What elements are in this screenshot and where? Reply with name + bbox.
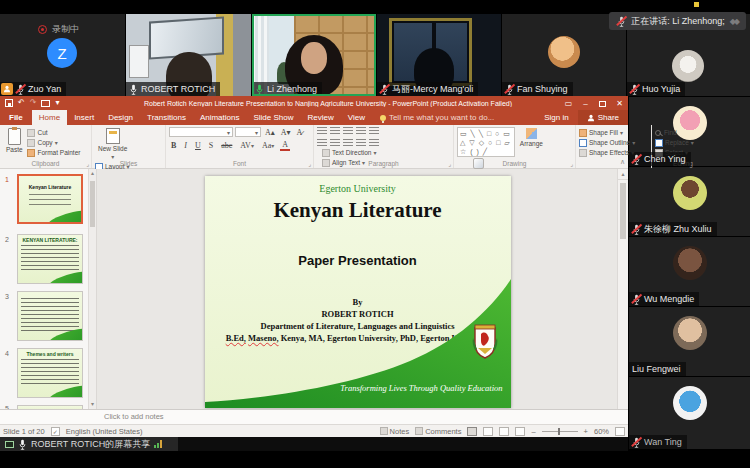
collapse-ribbon-icon[interactable]: ∧ (620, 158, 625, 166)
zoom-out-icon[interactable]: – (531, 427, 535, 436)
video-tile-fan-shuying[interactable]: Fan Shuying (502, 14, 626, 96)
slide-thumbnail-3[interactable] (17, 291, 83, 341)
bullets-icon[interactable] (317, 127, 327, 135)
change-case-button[interactable]: Aa▾ (260, 141, 276, 150)
numbering-icon[interactable] (330, 127, 340, 135)
character-spacing-button[interactable]: AV▾ (238, 141, 256, 150)
increase-indent-icon[interactable] (356, 127, 366, 135)
arrange-button[interactable]: Arrange (517, 127, 546, 148)
sign-in-button[interactable]: Sign in (535, 110, 577, 125)
tab-view[interactable]: View (341, 110, 372, 125)
slide-thumbnail-1[interactable]: Kenyan Literature (17, 174, 83, 224)
find-button[interactable]: Find (655, 128, 694, 137)
tab-animations[interactable]: Animations (193, 110, 247, 125)
spell-check-icon[interactable]: ✓ (51, 427, 60, 436)
font-name-select[interactable]: ▾ (169, 127, 233, 137)
strikethrough-button[interactable]: abc (219, 141, 234, 150)
close-icon[interactable]: ✕ (611, 96, 628, 110)
reading-view-icon[interactable] (499, 427, 509, 436)
format-painter-button[interactable]: Format Painter (27, 148, 80, 157)
notes-pane[interactable]: Click to add notes (0, 409, 628, 424)
slideshow-view-icon[interactable] (515, 427, 525, 436)
dialog-launcher-icon[interactable]: ⌟ (308, 160, 311, 167)
zoom-level[interactable]: 60% (594, 427, 609, 436)
share-button[interactable]: Share (578, 110, 628, 125)
video-tile-mercy[interactable]: 马丽-Mercy Mang'oli (377, 14, 501, 96)
columns-icon[interactable] (369, 139, 379, 147)
tab-design[interactable]: Design (101, 110, 140, 125)
video-tile-zhu-xuliu[interactable]: 朱徐柳 Zhu Xuliu (629, 167, 750, 236)
align-right-icon[interactable] (343, 139, 353, 147)
zoom-slider-thumb[interactable] (558, 428, 560, 435)
grow-font-button[interactable]: A▴ (263, 128, 277, 137)
tab-review[interactable]: Review (300, 110, 340, 125)
scrollbar-thumb[interactable] (620, 183, 626, 239)
scrollbar-thumb[interactable] (90, 181, 95, 227)
comments-toggle[interactable]: Comments (415, 427, 461, 436)
bold-button[interactable]: B (169, 141, 178, 150)
zoom-in-icon[interactable]: + (584, 427, 588, 436)
save-icon[interactable] (5, 99, 13, 107)
dialog-launcher-icon[interactable]: ⌟ (448, 160, 451, 167)
scroll-up-icon[interactable]: ▴ (89, 169, 96, 178)
shrink-font-button[interactable]: A▾ (279, 128, 293, 137)
align-left-icon[interactable] (317, 139, 327, 147)
redo-icon[interactable]: ↷ (30, 99, 37, 107)
new-slide-button[interactable]: New Slide ▾ (95, 127, 130, 161)
paragraph-group: Text Direction▾ Align Text▾ Convert to S… (314, 125, 454, 168)
text-direction-button[interactable]: Text Direction▾ (322, 148, 394, 157)
slide-thumbnail-2[interactable]: KENYAN LITERATURE: (17, 234, 83, 284)
dialog-launcher-icon[interactable]: ⌟ (86, 160, 89, 167)
replace-button[interactable]: Replace▾ (655, 138, 694, 147)
tab-home[interactable]: Home (32, 110, 67, 125)
arrange-icon (526, 128, 537, 139)
dialog-launcher-icon[interactable]: ⌟ (570, 160, 573, 167)
font-size-select[interactable]: ▾ (235, 127, 261, 137)
paste-button[interactable]: Paste (3, 127, 26, 154)
cut-button[interactable]: Cut (27, 128, 80, 137)
slide-sorter-view-icon[interactable] (483, 427, 493, 436)
slideshow-icon[interactable] (41, 100, 50, 107)
align-center-icon[interactable] (330, 139, 340, 147)
font-color-button[interactable]: A (280, 140, 290, 151)
video-tile-wan-ting[interactable]: Wan Ting (629, 377, 750, 449)
normal-view-icon[interactable] (467, 427, 477, 436)
tab-insert[interactable]: Insert (67, 110, 101, 125)
qat-dropdown-icon[interactable]: ▾ (55, 99, 59, 107)
scroll-down-icon[interactable]: ▾ (89, 400, 96, 409)
text-shadow-button[interactable]: S (207, 141, 215, 150)
shape-fill-button[interactable]: Shape Fill▾ (579, 128, 635, 137)
clear-formatting-button[interactable]: A̷ (295, 128, 305, 137)
shapes-gallery[interactable]: ▭ ╲ ╲ □ ○ ▭ △ ▽ ◇ ○ □ ▱ ☆ ( ) ╱ (457, 127, 515, 157)
ribbon-display-options-icon[interactable]: ▭ (560, 96, 577, 110)
video-tile-liu-fengwei[interactable]: Liu Fengwei (629, 307, 750, 376)
undo-icon[interactable]: ↶ (18, 99, 25, 107)
line-spacing-icon[interactable] (369, 127, 379, 135)
video-tile-li-zhenhong[interactable]: Li Zhenhong (252, 14, 376, 96)
underline-button[interactable]: U (193, 141, 203, 150)
slide-canvas[interactable]: Egerton University Kenyan Literature Pap… (205, 176, 511, 408)
shape-outline-button[interactable]: Shape Outline▾ (579, 138, 635, 147)
video-tile-robert-rotich[interactable]: ROBERT ROTICH (126, 14, 251, 96)
video-tile-wu-mengdie[interactable]: Wu Mengdie (629, 237, 750, 306)
justify-icon[interactable] (356, 139, 366, 147)
language-indicator[interactable]: English (United States) (66, 427, 143, 436)
scroll-up-icon[interactable]: ▴ (618, 169, 628, 180)
editor-scrollbar[interactable]: ▴ (617, 169, 628, 409)
shape-effects-button[interactable]: Shape Effects▾ (579, 148, 635, 157)
thumbnails-scrollbar[interactable]: ▴ ▾ (88, 169, 96, 409)
tab-file[interactable]: File (0, 110, 32, 125)
notes-toggle[interactable]: Notes (380, 427, 410, 436)
italic-button[interactable]: I (182, 141, 189, 150)
restore-icon[interactable] (594, 96, 611, 110)
slide-thumbnail-4[interactable]: Themes and writers (17, 348, 83, 398)
tab-slide-show[interactable]: Slide Show (246, 110, 300, 125)
tell-me-box[interactable]: Tell me what you want to do... (372, 110, 502, 125)
zoom-slider[interactable] (542, 431, 578, 432)
video-tile-zuo-yan[interactable]: 录制中 Z Zuo Yan (0, 14, 125, 96)
copy-button[interactable]: Copy▾ (27, 138, 80, 147)
minimize-icon[interactable]: – (577, 96, 594, 110)
tab-transitions[interactable]: Transitions (140, 110, 193, 125)
decrease-indent-icon[interactable] (343, 127, 353, 135)
fit-to-window-icon[interactable] (615, 427, 625, 436)
